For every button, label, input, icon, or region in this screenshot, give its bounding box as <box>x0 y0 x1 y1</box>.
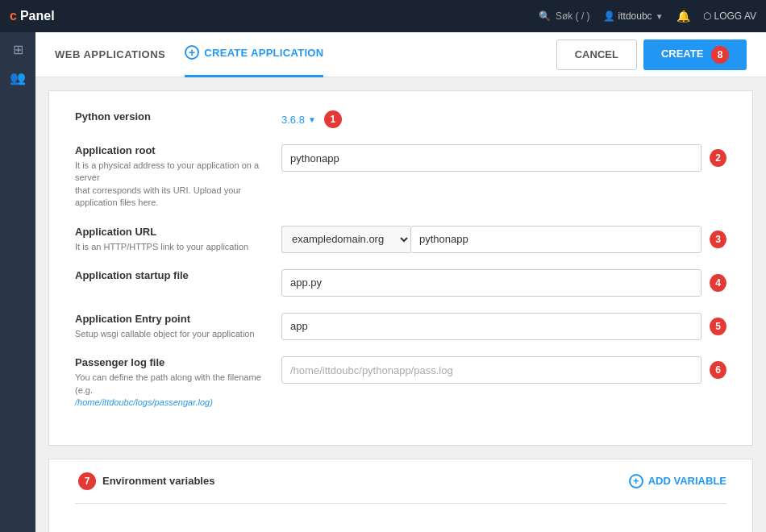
main-content: WEB APPLICATIONS + CREATE APPLICATION CA… <box>35 32 766 532</box>
url-path-input[interactable] <box>410 226 701 253</box>
user-menu[interactable]: 👤 ittdoubc ▼ <box>603 10 664 22</box>
create-button[interactable]: CREATE 8 <box>643 39 747 70</box>
username-label: ittdoubc <box>618 10 652 22</box>
passenger-log-input[interactable] <box>281 356 701 384</box>
app-url-desc: It is an HTTP/HTTPS link to your applica… <box>75 241 269 253</box>
env-title: Environment variables <box>102 475 214 487</box>
search-label: Søk ( / ) <box>556 10 590 22</box>
env-badge: 7 <box>78 472 96 490</box>
nav-right: 🔍 Søk ( / ) 👤 ittdoubc ▼ 🔔 ⬡ LOGG AV <box>539 10 756 23</box>
add-variable-label: ADD VARIABLE <box>648 475 726 487</box>
entry-point-label: Application Entry point <box>75 313 269 325</box>
create-badge: 8 <box>711 46 729 64</box>
entry-point-input[interactable] <box>281 313 701 340</box>
python-version-row: Python version 3.6.8 ▼ 1 <box>75 110 726 128</box>
sidebar: ⊞ 👥 <box>0 32 35 532</box>
app-root-label: Application root <box>75 144 269 156</box>
sidebar-grid-icon[interactable]: ⊞ <box>13 42 23 57</box>
create-app-tab-label: CREATE APPLICATION <box>204 47 323 59</box>
logout-button[interactable]: ⬡ LOGG AV <box>703 10 756 22</box>
add-var-plus-icon: + <box>629 474 643 488</box>
logout-label: LOGG AV <box>714 10 756 22</box>
app-root-input[interactable] <box>281 144 701 172</box>
cpanel-logo: cPanel <box>10 9 55 23</box>
app-root-label-col: Application root It is a physical addres… <box>75 144 269 210</box>
app-root-row: Application root It is a physical addres… <box>75 144 726 210</box>
entry-point-row: Application Entry point Setup wsgi calla… <box>75 313 726 340</box>
main-layout: ⊞ 👥 WEB APPLICATIONS + CREATE APPLICATIO… <box>0 32 766 532</box>
app-root-desc: It is a physical address to your applica… <box>75 160 269 210</box>
startup-file-row: Application startup file 4 <box>75 269 726 297</box>
startup-file-label-col: Application startup file <box>75 269 269 285</box>
no-result-text: NO RESULT FOUND <box>75 504 726 532</box>
web-apps-label: WEB APPLICATIONS <box>55 48 165 60</box>
create-plus-icon: + <box>185 45 199 60</box>
python-version-label: Python version <box>75 110 269 123</box>
user-icon: 👤 <box>603 10 615 22</box>
sub-header: WEB APPLICATIONS + CREATE APPLICATION CA… <box>35 32 766 77</box>
bell-icon[interactable]: 🔔 <box>676 10 690 23</box>
cancel-button[interactable]: CANCEL <box>556 39 637 70</box>
entry-point-desc: Setup wsgi callable object for your appl… <box>75 328 269 340</box>
form-area: Python version 3.6.8 ▼ 1 Application roo… <box>48 90 753 446</box>
env-section: 7 Environment variables + ADD VARIABLE N… <box>48 459 753 532</box>
app-url-row: Application URL It is an HTTP/HTTPS link… <box>75 226 726 253</box>
passenger-log-desc: You can define the path along with the f… <box>75 372 269 409</box>
passenger-log-row: Passenger log file You can define the pa… <box>75 356 726 409</box>
version-caret-icon: ▼ <box>308 115 316 124</box>
env-title-wrap: 7 Environment variables <box>75 472 214 490</box>
app-root-badge: 2 <box>710 149 726 167</box>
python-version-label-col: Python version <box>75 110 269 126</box>
create-application-tab[interactable]: + CREATE APPLICATION <box>185 32 323 77</box>
app-url-label-col: Application URL It is an HTTP/HTTPS link… <box>75 226 269 253</box>
app-url-badge: 3 <box>710 231 726 248</box>
python-version-input-col: 3.6.8 ▼ 1 <box>281 110 726 128</box>
url-select-wrap: exampledomain.org <box>281 226 701 253</box>
create-button-label: CREATE <box>661 48 703 60</box>
search-area[interactable]: 🔍 Søk ( / ) <box>539 10 590 22</box>
entry-point-badge: 5 <box>710 318 726 335</box>
sub-header-actions: CANCEL CREATE 8 <box>556 39 747 70</box>
startup-file-input[interactable] <box>281 269 701 297</box>
passenger-log-input-col: 6 <box>281 356 726 384</box>
python-version-badge: 1 <box>324 110 342 128</box>
passenger-log-label-col: Passenger log file You can define the pa… <box>75 356 269 409</box>
add-variable-button[interactable]: + ADD VARIABLE <box>629 474 726 488</box>
startup-file-input-col: 4 <box>281 269 726 297</box>
app-url-label: Application URL <box>75 226 269 238</box>
top-nav: cPanel 🔍 Søk ( / ) 👤 ittdoubc ▼ 🔔 ⬡ LOGG… <box>0 0 766 32</box>
app-url-input-col: exampledomain.org 3 <box>281 226 726 253</box>
nav-left: cPanel <box>10 9 55 23</box>
sub-header-left: WEB APPLICATIONS + CREATE APPLICATION <box>55 32 323 77</box>
search-icon: 🔍 <box>539 10 551 22</box>
entry-point-input-col: 5 <box>281 313 726 340</box>
logout-icon: ⬡ <box>703 10 711 22</box>
sidebar-users-icon[interactable]: 👥 <box>10 70 26 85</box>
user-caret-icon: ▼ <box>656 12 664 21</box>
startup-file-label: Application startup file <box>75 269 269 281</box>
python-version-value[interactable]: 3.6.8 ▼ <box>281 114 316 126</box>
passenger-log-badge: 6 <box>710 361 726 379</box>
startup-file-badge: 4 <box>710 274 726 292</box>
passenger-log-label: Passenger log file <box>75 356 269 368</box>
env-header: 7 Environment variables + ADD VARIABLE <box>75 472 726 490</box>
app-root-input-col: 2 <box>281 144 726 172</box>
entry-point-label-col: Application Entry point Setup wsgi calla… <box>75 313 269 340</box>
domain-select[interactable]: exampledomain.org <box>281 226 410 253</box>
